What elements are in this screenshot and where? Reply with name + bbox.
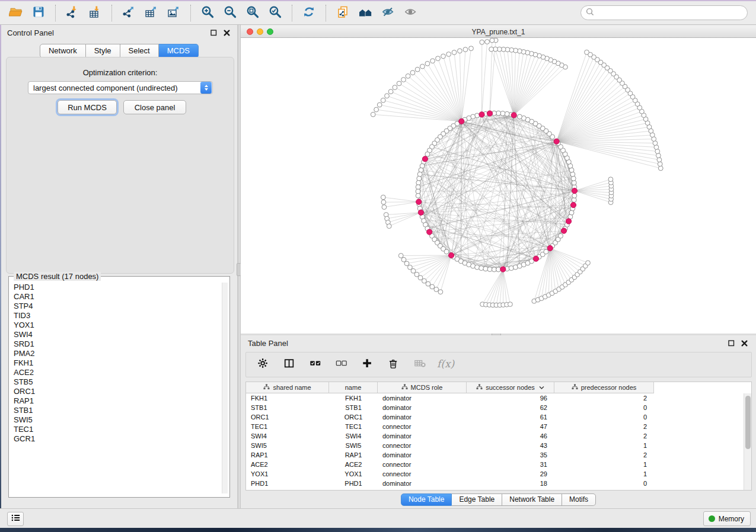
table-row[interactable]: YOX1YOX1connector291 xyxy=(246,469,751,479)
mcds-result-item[interactable]: FKH1 xyxy=(14,358,221,368)
leaf-node[interactable] xyxy=(382,205,387,210)
mcds-hub-node[interactable] xyxy=(487,111,492,116)
tab-edge-table[interactable]: Edge Table xyxy=(452,493,502,506)
ring-node[interactable] xyxy=(487,267,492,272)
cell-shared-name[interactable]: ACE2 xyxy=(246,460,329,469)
leaf-node[interactable] xyxy=(398,254,403,258)
tab-motifs[interactable]: Motifs xyxy=(562,493,596,506)
cell-name[interactable]: ACE2 xyxy=(329,460,378,469)
table-row[interactable]: STB1STB1dominator620 xyxy=(246,403,751,412)
tab-network-table[interactable]: Network Table xyxy=(502,493,562,506)
table-row[interactable]: FKH1FKH1dominator962 xyxy=(246,393,751,403)
mcds-hub-node[interactable] xyxy=(418,210,423,215)
cell-MCDS-role[interactable]: connector xyxy=(378,460,467,469)
zoom-selected-button[interactable] xyxy=(265,4,285,23)
column-header-MCDS-role[interactable]: MCDS role xyxy=(378,382,467,393)
hide-selected-button[interactable] xyxy=(378,4,398,23)
cell-shared-name[interactable]: PHD1 xyxy=(246,479,329,488)
leaf-node[interactable] xyxy=(658,162,662,166)
search-box[interactable] xyxy=(580,5,748,20)
column-header-successor-nodes[interactable]: successor nodes xyxy=(467,382,554,393)
cell-shared-name[interactable]: ORC1 xyxy=(246,412,329,422)
cell-MCDS-role[interactable]: dominator xyxy=(378,403,467,412)
refresh-layout-button[interactable] xyxy=(299,4,319,23)
tab-style[interactable]: Style xyxy=(86,44,120,58)
leaf-node[interactable] xyxy=(585,50,589,55)
mcds-result-scrollbar[interactable] xyxy=(222,283,228,493)
ring-node[interactable] xyxy=(517,114,522,119)
cell-successor-nodes[interactable]: 29 xyxy=(467,469,554,479)
table-row[interactable]: SWI4SWI4dominator462 xyxy=(246,431,751,441)
leaf-node[interactable] xyxy=(377,102,382,107)
cell-successor-nodes[interactable]: 96 xyxy=(467,393,554,403)
cell-MCDS-role[interactable]: dominator xyxy=(378,479,467,488)
table-row[interactable]: ORC1ORC1dominator610 xyxy=(246,412,751,422)
cell-successor-nodes[interactable]: 18 xyxy=(467,479,554,488)
leaf-node[interactable] xyxy=(404,261,409,266)
leaf-node[interactable] xyxy=(446,52,451,57)
leaf-node[interactable] xyxy=(381,98,385,102)
mcds-hub-node[interactable] xyxy=(561,228,566,233)
table-settings-button[interactable] xyxy=(254,356,272,374)
cell-name[interactable]: SWI5 xyxy=(329,441,378,450)
cell-name[interactable]: YOX1 xyxy=(329,469,378,479)
import-table-button[interactable] xyxy=(85,4,105,23)
table-row[interactable]: TEC1TEC1connector472 xyxy=(246,422,751,431)
mcds-result-item[interactable]: TEC1 xyxy=(14,425,221,434)
select-all-rows-button[interactable] xyxy=(307,356,324,374)
close-panel-icon[interactable] xyxy=(222,28,231,37)
leaf-node[interactable] xyxy=(657,158,662,162)
mcds-result-item[interactable]: ORC1 xyxy=(14,387,221,396)
leaf-node[interactable] xyxy=(397,81,401,86)
leaf-node[interactable] xyxy=(508,302,513,307)
mcds-hub-node[interactable] xyxy=(427,229,432,235)
float-panel-icon[interactable] xyxy=(209,28,218,37)
tab-select[interactable]: Select xyxy=(120,44,159,58)
mcds-result-item[interactable]: GCR1 xyxy=(14,434,221,444)
ring-node[interactable] xyxy=(417,176,422,181)
mcds-result-item[interactable]: SRD1 xyxy=(14,339,221,349)
mcds-hub-node[interactable] xyxy=(554,139,559,144)
close-table-panel-icon[interactable] xyxy=(739,338,749,348)
show-all-button[interactable] xyxy=(400,4,420,23)
leaf-node[interactable] xyxy=(387,224,391,229)
cell-MCDS-role[interactable]: dominator xyxy=(378,431,467,441)
tab-mcds[interactable]: MCDS xyxy=(159,44,199,58)
ring-node[interactable] xyxy=(416,193,420,198)
mcds-result-item[interactable]: YOX1 xyxy=(14,321,221,330)
ring-node[interactable] xyxy=(544,249,548,254)
cell-successor-nodes[interactable]: 47 xyxy=(467,422,554,431)
cell-name[interactable]: STB1 xyxy=(329,403,378,412)
ring-node[interactable] xyxy=(425,152,430,156)
table-row[interactable]: PHD1PHD1dominator180 xyxy=(246,479,751,488)
first-neighbors-button[interactable] xyxy=(355,4,375,23)
float-table-panel-icon[interactable] xyxy=(726,338,736,348)
leaf-node[interactable] xyxy=(401,257,406,262)
ring-node[interactable] xyxy=(572,181,576,185)
leaf-node[interactable] xyxy=(371,112,375,117)
zoom-out-button[interactable] xyxy=(220,4,240,23)
network-canvas[interactable] xyxy=(241,38,756,334)
ring-node[interactable] xyxy=(417,172,422,177)
mcds-hub-node[interactable] xyxy=(479,112,484,117)
mcds-hub-node[interactable] xyxy=(570,203,576,208)
export-network-button[interactable] xyxy=(119,4,139,23)
ring-node[interactable] xyxy=(571,176,576,181)
cell-predecessor-nodes[interactable]: 2 xyxy=(554,450,654,460)
leaf-node[interactable] xyxy=(388,89,393,94)
leaf-node[interactable] xyxy=(469,46,474,51)
leaf-node[interactable] xyxy=(406,74,410,79)
mcds-hub-node[interactable] xyxy=(533,256,538,261)
table-row[interactable]: ACE2ACE2connector311 xyxy=(246,460,751,469)
mcds-result-item[interactable]: STP4 xyxy=(14,302,221,311)
table-scrollbar-thumb[interactable] xyxy=(745,396,751,449)
mcds-hub-node[interactable] xyxy=(422,156,428,162)
leaf-node[interactable] xyxy=(385,94,390,98)
cell-shared-name[interactable]: TEC1 xyxy=(246,422,329,431)
leaf-node[interactable] xyxy=(485,40,490,44)
cell-predecessor-nodes[interactable]: 1 xyxy=(554,441,654,450)
mcds-hub-node[interactable] xyxy=(459,118,464,124)
ring-node[interactable] xyxy=(559,233,563,238)
cell-predecessor-nodes[interactable]: 2 xyxy=(554,393,654,403)
cell-shared-name[interactable]: FKH1 xyxy=(246,393,329,403)
